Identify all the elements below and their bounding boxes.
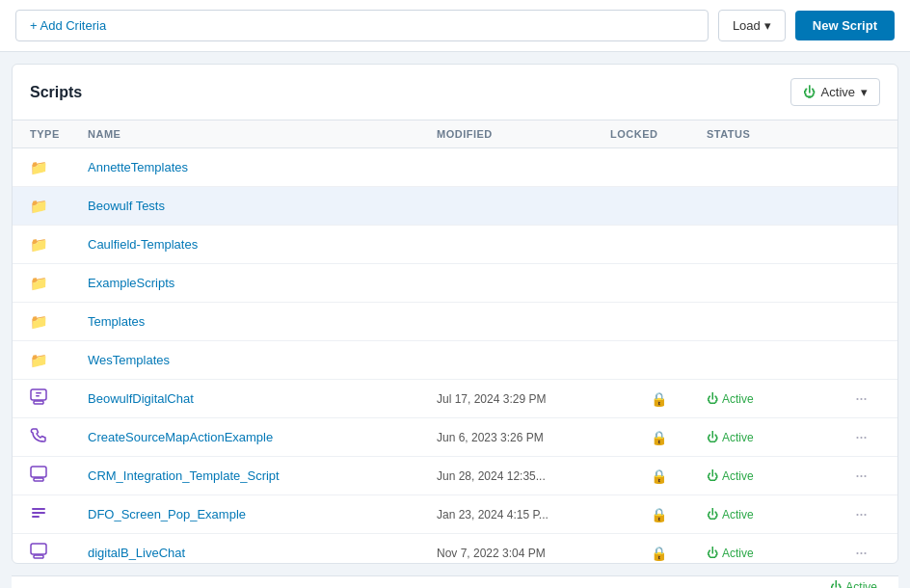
row-status: ⏻Active — [707, 469, 842, 483]
scripts-title: Scripts — [30, 84, 82, 101]
scripts-panel: Scripts ⏻ Active ▾ TYPE NAME MODIFIED LO… — [12, 64, 898, 564]
row-name[interactable]: Caulfield-Templates — [88, 237, 437, 252]
row-name[interactable]: BeowulfDigitalChat — [88, 391, 437, 406]
col-locked: LOCKED — [610, 128, 707, 140]
table-header: TYPE NAME MODIFIED LOCKED STATUS — [13, 120, 897, 148]
row-modified: Jun 28, 2024 12:35... — [437, 469, 610, 483]
svg-rect-5 — [34, 478, 43, 481]
col-modified: MODIFIED — [437, 128, 610, 140]
status-power-icon: ⏻ — [707, 392, 718, 406]
type-folder-icon: 📁 — [30, 198, 88, 215]
svg-rect-3 — [36, 395, 40, 397]
row-status: ⏻Active — [707, 431, 842, 444]
table-row[interactable]: 📁 Caulfield-Templates — [13, 226, 897, 264]
row-status: ⏻Active — [707, 547, 842, 560]
type-chat-icon — [30, 388, 88, 409]
row-status: ⏻Active — [707, 392, 842, 406]
row-name[interactable]: CRM_Integration_Template_Script — [88, 468, 437, 483]
svg-rect-8 — [32, 516, 40, 518]
status-power-icon: ⏻ — [707, 431, 718, 444]
table-row[interactable]: DFO_Screen_Pop_Example Jan 23, 2024 4:15… — [13, 495, 897, 534]
table-row[interactable]: 📁 Templates — [13, 303, 897, 341]
type-chat-icon — [30, 543, 88, 563]
row-locked: 🔒 — [610, 546, 707, 561]
row-locked: 🔒 — [610, 391, 707, 407]
table-body: 📁 AnnetteTemplates 📁 Beowulf Tests 📁 Cau… — [13, 148, 897, 563]
row-actions[interactable]: ··· — [842, 504, 880, 524]
row-status: ⏻Active — [707, 508, 842, 521]
row-name[interactable]: CreateSourceMapActionExample — [88, 430, 437, 444]
load-label: Load — [733, 18, 761, 33]
svg-rect-6 — [32, 508, 45, 510]
load-button[interactable]: Load ▾ — [718, 10, 786, 41]
col-actions — [842, 128, 880, 140]
new-script-label: New Script — [813, 18, 877, 33]
status-power-icon: ⏻ — [707, 547, 718, 560]
table-row[interactable]: BeowulfDigitalChat Jul 17, 2024 3:29 PM … — [13, 380, 897, 418]
row-actions[interactable]: ··· — [842, 427, 880, 447]
type-dfo-icon — [30, 504, 88, 524]
table-row[interactable]: 📁 ExampleScripts — [13, 264, 897, 303]
row-name[interactable]: AnnetteTemplates — [88, 160, 437, 174]
type-chat-icon — [30, 466, 88, 486]
status-power-icon: ⏻ — [707, 469, 718, 483]
status-filter-button[interactable]: ⏻ Active ▾ — [790, 78, 880, 106]
row-locked: 🔒 — [610, 468, 707, 484]
scripts-header: Scripts ⏻ Active ▾ — [13, 65, 897, 120]
row-modified: Jan 23, 2024 4:15 P... — [437, 508, 610, 521]
add-criteria-label: + Add Criteria — [30, 18, 106, 33]
row-modified: Jul 17, 2024 3:29 PM — [437, 392, 610, 406]
svg-rect-0 — [31, 389, 46, 400]
status-filter-label: Active — [821, 85, 855, 99]
new-script-button[interactable]: New Script — [795, 11, 895, 40]
status-chevron-icon: ▾ — [861, 85, 868, 99]
row-name[interactable]: Beowulf Tests — [88, 199, 437, 213]
table-row[interactable]: CRM_Integration_Template_Script Jun 28, … — [13, 457, 897, 495]
type-folder-icon: 📁 — [30, 275, 88, 292]
row-actions[interactable]: ··· — [842, 543, 880, 563]
bottom-power-icon: ⏻ — [830, 580, 842, 588]
svg-rect-1 — [34, 401, 43, 404]
type-folder-icon: 📁 — [30, 159, 88, 176]
table-row[interactable]: 📁 Beowulf Tests — [13, 187, 897, 226]
svg-rect-10 — [34, 555, 43, 558]
table-row[interactable]: 📁 WesTemplates — [13, 341, 897, 380]
bottom-status-bar: ⏻ Active — [12, 575, 898, 588]
row-locked: 🔒 — [610, 430, 707, 445]
col-status: STATUS — [707, 128, 842, 140]
row-name[interactable]: WesTemplates — [88, 353, 437, 367]
top-bar: + Add Criteria Load ▾ New Script — [0, 0, 910, 52]
col-type: TYPE — [30, 128, 88, 140]
table-row[interactable]: CreateSourceMapActionExample Jun 6, 2023… — [13, 418, 897, 457]
table-row[interactable]: digitalB_LiveChat Nov 7, 2022 3:04 PM 🔒 … — [13, 534, 897, 563]
row-actions[interactable]: ··· — [842, 388, 880, 409]
svg-rect-4 — [31, 467, 46, 477]
add-criteria-button[interactable]: + Add Criteria — [15, 10, 709, 41]
table-row[interactable]: 📁 AnnetteTemplates — [13, 148, 897, 187]
bottom-status-content: ⏻ Active — [830, 580, 877, 588]
status-power-icon: ⏻ — [803, 85, 816, 99]
row-name[interactable]: DFO_Screen_Pop_Example — [88, 507, 437, 521]
row-name[interactable]: digitalB_LiveChat — [88, 546, 437, 560]
row-modified: Nov 7, 2022 3:04 PM — [437, 547, 610, 560]
type-phone-icon — [30, 427, 88, 447]
row-name[interactable]: Templates — [88, 314, 437, 329]
type-folder-icon: 📁 — [30, 236, 88, 254]
row-name[interactable]: ExampleScripts — [88, 276, 437, 290]
bottom-status-label: Active — [845, 580, 877, 588]
load-chevron-icon: ▾ — [764, 18, 771, 33]
svg-rect-2 — [36, 392, 41, 394]
status-power-icon: ⏻ — [707, 508, 718, 521]
col-name: NAME — [88, 128, 437, 140]
row-modified: Jun 6, 2023 3:26 PM — [437, 431, 610, 444]
type-folder-icon: 📁 — [30, 313, 88, 331]
row-actions[interactable]: ··· — [842, 466, 880, 486]
svg-rect-9 — [31, 544, 46, 554]
row-locked: 🔒 — [610, 507, 707, 522]
svg-rect-7 — [32, 512, 45, 514]
type-folder-icon: 📁 — [30, 352, 88, 369]
